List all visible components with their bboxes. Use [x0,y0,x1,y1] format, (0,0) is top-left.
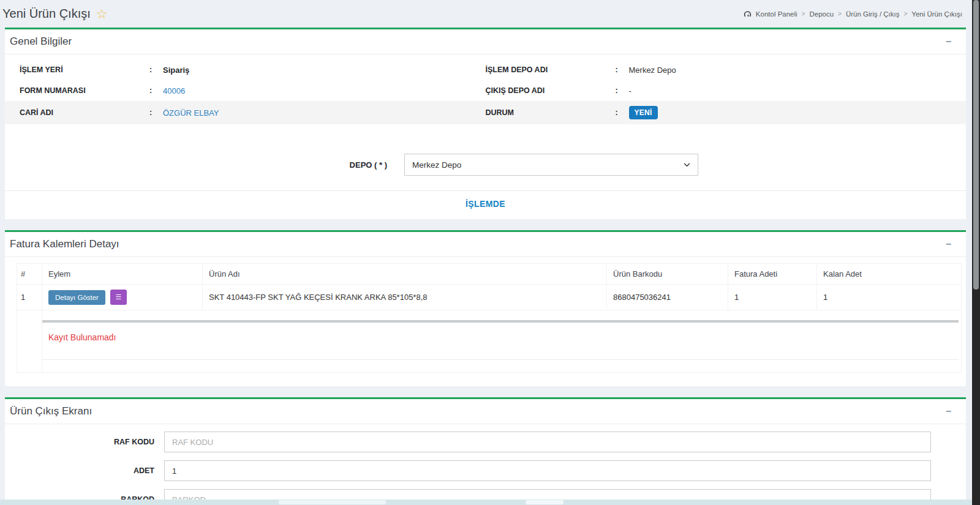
status-badge: YENİ [629,106,658,119]
panel-title: Genel Bilgiler [10,36,72,48]
field-colon: : [149,65,163,74]
cell-detail: Kayıt Bulunamadı [42,310,962,373]
panel-title: Fatura Kalemleri Detayı [10,238,119,250]
adet-input[interactable] [164,460,931,481]
horizontal-scrollbar[interactable] [0,499,972,505]
output-form: RAF KODU ADET BARKOD [5,424,966,505]
breadcrumb-separator: > [802,10,805,17]
cell-index: 1 [17,285,42,310]
field-value: - [629,86,631,95]
breadcrumb-separator: > [838,10,842,17]
show-detail-button[interactable]: Detayı Göster [48,290,105,305]
info-row: CARİ ADI : ÖZGÜR ELBAY DURUM : YENİ [5,101,966,124]
panel-urun-cikis-ekrani: Ürün Çıkış Ekranı − RAF KODU ADET BARKOD [5,397,966,505]
breadcrumb-item-depocu[interactable]: Depocu [809,10,834,18]
favorite-star-icon[interactable]: ☆ [96,7,108,20]
field-label: CARİ ADI [20,108,149,117]
cell-empty [17,310,42,373]
depo-select-row: DEPO ( * ) Merkez Depo [5,154,966,176]
cell-remaining-qty: 1 [817,285,962,310]
vertical-scrollbar-thumb[interactable] [973,0,979,290]
column-header-urun-adi: Ürün Adı [203,264,607,285]
page-title: Yeni Ürün Çıkışı ☆ [2,7,108,21]
column-header-eylem: Eylem [42,264,203,285]
breadcrumb-item-current: Yeni Ürün Çıkışı [911,10,962,18]
field-label: FORM NUMARASI [20,86,149,95]
field-value: Sipariş [163,65,189,75]
list-icon-button[interactable]: ☰ [110,290,127,305]
field-colon: : [616,65,629,74]
field-label: DURUM [486,108,616,117]
field-form-numarasi: FORM NUMARASI : 40006 [20,86,486,95]
cell-invoice-qty: 1 [728,285,817,310]
adet-label: ADET [5,466,154,475]
depo-select-value: Merkez Depo [412,160,461,170]
depo-select-label: DEPO ( * ) [5,160,387,170]
field-cari-adi: CARİ ADI : ÖZGÜR ELBAY [20,108,486,118]
no-records-panel: Kayıt Bulunamadı [42,320,959,360]
field-islem-yeri: İŞLEM YERİ : Sipariş [20,65,486,75]
panel-fatura-header: Fatura Kalemleri Detayı − [5,232,966,257]
breadcrumb: Kontol Paneli > Depocu > Ürün Giriş / Çı… [744,10,962,18]
horizontal-scrollbar-segment [526,500,564,504]
column-header-fatura-adeti: Fatura Adeti [728,264,817,285]
field-durum: DURUM : YENİ [486,106,952,119]
panel-genel-bilgiler: Genel Bilgiler − İŞLEM YERİ : Sipariş İŞ… [5,28,966,219]
field-colon: : [149,108,163,117]
field-value: Merkez Depo [629,65,676,75]
column-header-urun-barkodu: Ürün Barkodu [607,264,728,285]
dashboard-icon [744,10,752,18]
customer-name-link[interactable]: ÖZGÜR ELBAY [163,108,219,118]
page: Yeni Ürün Çıkışı ☆ Kontol Paneli > Depoc… [0,0,972,505]
breadcrumb-item-urun-giris-cikis[interactable]: Ürün Giriş / Çıkış [846,10,900,18]
form-row-adet: ADET [5,460,931,481]
table-row: 1 Detayı Göster ☰ SKT 410443-FP SKT YAĞ … [17,285,962,310]
panel-title: Ürün Çıkış Ekranı [10,405,92,417]
info-row: FORM NUMARASI : 40006 ÇIKIŞ DEPO ADI : - [5,80,966,101]
column-header-index: # [17,264,42,285]
panel-fatura-kalemleri: Fatura Kalemleri Detayı − # Eylem Ürün A… [5,230,966,386]
horizontal-scrollbar-segment [279,500,386,504]
form-row-raf-kodu: RAF KODU [5,432,931,452]
collapse-icon[interactable]: − [946,406,951,416]
field-label: ÇIKIŞ DEPO ADI [486,86,616,95]
depo-select[interactable]: Merkez Depo [404,154,698,176]
panel-genel-bilgiler-header: Genel Bilgiler − [5,29,966,54]
islemde-button[interactable]: İŞLEMDE [466,199,505,209]
form-number-link[interactable]: 40006 [163,86,185,95]
panel-footer: İŞLEMDE [5,191,966,219]
info-row: İŞLEM YERİ : Sipariş İŞLEM DEPO ADI : Me… [5,59,966,80]
table-header-row: # Eylem Ürün Adı Ürün Barkodu Fatura Ade… [17,264,962,285]
cell-actions: Detayı Göster ☰ [42,285,203,310]
cell-product-name: SKT 410443-FP SKT YAĞ KEÇESİ KRANK ARKA … [203,285,607,310]
field-label: İŞLEM YERİ [20,65,149,74]
no-records-message: Kayıt Bulunamadı [48,332,116,342]
field-label: İŞLEM DEPO ADI [486,65,616,74]
cell-barcode: 8680475036241 [607,285,728,310]
chevron-down-icon [684,163,690,167]
vertical-scrollbar-track[interactable] [972,0,980,505]
list-icon: ☰ [116,293,122,301]
field-islem-depo-adi: İŞLEM DEPO ADI : Merkez Depo [486,65,952,75]
breadcrumb-separator: > [903,10,907,17]
field-colon: : [149,86,163,95]
collapse-icon[interactable]: − [946,37,951,47]
collapse-icon[interactable]: − [946,239,951,249]
column-header-kalan-adet: Kalan Adet [817,264,962,285]
invoice-items-table: # Eylem Ürün Adı Ürün Barkodu Fatura Ade… [17,263,962,373]
panel-urun-cikis-header: Ürün Çıkış Ekranı − [5,399,966,424]
invoice-table-container: # Eylem Ürün Adı Ürün Barkodu Fatura Ade… [5,257,966,386]
raf-kodu-label: RAF KODU [5,438,154,446]
page-title-text: Yeni Ürün Çıkışı [2,7,91,21]
breadcrumb-item-kontrol-paneli[interactable]: Kontol Paneli [756,10,797,18]
general-info-grid: İŞLEM YERİ : Sipariş İŞLEM DEPO ADI : Me… [5,59,966,124]
field-cikis-depo-adi: ÇIKIŞ DEPO ADI : - [486,86,952,95]
raf-kodu-input[interactable] [164,432,931,452]
table-detail-row: Kayıt Bulunamadı [17,310,962,373]
page-header-bar: Yeni Ürün Çıkışı ☆ Kontol Paneli > Depoc… [0,0,972,28]
field-colon: : [616,108,629,117]
field-colon: : [616,86,629,95]
